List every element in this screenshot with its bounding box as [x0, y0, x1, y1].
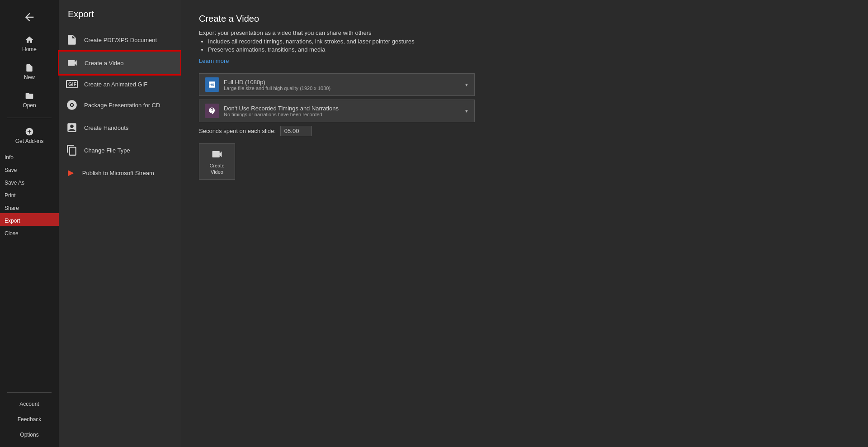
back-button[interactable] — [0, 5, 59, 30]
quality-dropdown-inner: Full HD (1080p) Large file size and full… — [205, 77, 464, 92]
export-video-label: Create a Video — [85, 60, 124, 67]
gif-icon: GIF — [66, 80, 78, 88]
sidebar-item-open[interactable]: Open — [0, 86, 59, 114]
sidebar-home-label: Home — [22, 46, 37, 52]
quality-dropdown[interactable]: Full HD (1080p) Large file size and full… — [199, 73, 475, 96]
sidebar-item-addins[interactable]: Get Add-ins — [0, 122, 59, 150]
hd-icon — [208, 81, 216, 89]
content-bullet-1: Includes all recorded timings, narration… — [208, 38, 850, 45]
content-bullets-list: Includes all recorded timings, narration… — [208, 38, 850, 53]
sidebar-divider-1 — [7, 118, 52, 118]
sidebar-item-share[interactable]: Share — [0, 200, 59, 213]
export-cd-label: Package Presentation for CD — [84, 102, 160, 109]
content-bullet-2: Preserves animations, transitions, and m… — [208, 46, 850, 53]
video-icon — [66, 57, 78, 69]
export-pdf-label: Create PDF/XPS Document — [84, 37, 157, 43]
export-option-stream[interactable]: ► Publish to Microsoft Stream — [59, 162, 181, 184]
content-title: Create a Video — [199, 14, 850, 24]
quality-title: Full HD (1080p) — [224, 79, 330, 86]
new-icon — [25, 63, 34, 72]
export-option-cd[interactable]: Package Presentation for CD — [59, 94, 181, 116]
stream-icon: ► — [66, 167, 76, 179]
create-video-button[interactable]: CreateVideo — [199, 143, 235, 180]
sidebar-item-account[interactable]: Account — [0, 396, 59, 412]
seconds-row: Seconds spent on each slide: — [199, 126, 850, 136]
cd-icon — [66, 99, 78, 111]
sidebar-nav: Home New Open Get Add-ins Info S — [0, 30, 59, 389]
create-video-icon — [211, 148, 223, 161]
timing-dropdown-icon — [205, 104, 219, 118]
sidebar: Home New Open Get Add-ins Info S — [0, 0, 59, 447]
export-gif-label: Create an Animated GIF — [84, 81, 147, 88]
export-option-filetype[interactable]: Change File Type — [59, 139, 181, 162]
content-description: Export your presentation as a video that… — [199, 29, 850, 36]
addins-icon — [25, 127, 34, 136]
export-option-video[interactable]: Create a Video — [59, 51, 181, 75]
export-option-gif[interactable]: GIF Create an Animated GIF — [59, 75, 181, 94]
back-arrow-icon — [23, 11, 36, 24]
quality-dropdown-arrow: ▼ — [464, 82, 469, 87]
sidebar-item-info[interactable]: Info — [0, 150, 59, 162]
sidebar-item-feedback[interactable]: Feedback — [0, 412, 59, 427]
sidebar-bottom-divider — [7, 392, 52, 393]
timing-dropdown-arrow: ▼ — [464, 109, 469, 114]
timing-dropdown-container: Don't Use Recorded Timings and Narration… — [199, 100, 475, 122]
sidebar-item-close[interactable]: Close — [0, 226, 59, 238]
export-option-handouts[interactable]: Create Handouts — [59, 116, 181, 139]
timing-icon — [208, 107, 216, 115]
quality-dropdown-icon — [205, 77, 219, 92]
sidebar-item-new[interactable]: New — [0, 58, 59, 86]
content-panel: Create a Video Export your presentation … — [181, 0, 868, 447]
file-type-icon — [66, 144, 78, 156]
timing-subtitle: No timings or narrations have been recor… — [224, 112, 339, 117]
sidebar-item-export[interactable]: Export — [0, 213, 59, 226]
sidebar-item-home[interactable]: Home — [0, 30, 59, 58]
timing-dropdown[interactable]: Don't Use Recorded Timings and Narration… — [199, 100, 475, 122]
timing-text-block: Don't Use Recorded Timings and Narration… — [224, 105, 339, 117]
sidebar-item-save[interactable]: Save — [0, 162, 59, 175]
seconds-input[interactable] — [280, 126, 312, 136]
middle-panel-title: Export — [59, 9, 181, 29]
pdf-icon — [66, 34, 78, 46]
handout-icon — [66, 122, 78, 133]
open-icon — [25, 91, 34, 100]
timing-dropdown-inner: Don't Use Recorded Timings and Narration… — [205, 104, 464, 118]
learn-more-link[interactable]: Learn more — [199, 57, 229, 64]
create-video-button-label: CreateVideo — [209, 163, 224, 175]
sidebar-open-label: Open — [23, 102, 36, 109]
quality-text-block: Full HD (1080p) Large file size and full… — [224, 79, 330, 91]
sidebar-item-save-as[interactable]: Save As — [0, 175, 59, 188]
sidebar-item-options[interactable]: Options — [0, 427, 59, 442]
export-handouts-label: Create Handouts — [84, 124, 128, 131]
export-filetype-label: Change File Type — [84, 147, 130, 154]
sidebar-item-print[interactable]: Print — [0, 188, 59, 200]
export-stream-label: Publish to Microsoft Stream — [82, 170, 154, 176]
sidebar-new-label: New — [24, 74, 35, 81]
export-option-pdf[interactable]: Create PDF/XPS Document — [59, 29, 181, 51]
middle-panel: Export Create PDF/XPS Document Create a … — [59, 0, 181, 447]
sidebar-bottom: Account Feedback Options — [0, 389, 59, 447]
timing-title: Don't Use Recorded Timings and Narration… — [224, 105, 339, 112]
quality-dropdown-container: Full HD (1080p) Large file size and full… — [199, 73, 475, 96]
sidebar-addins-label: Get Add-ins — [15, 138, 44, 144]
home-icon — [25, 35, 34, 44]
quality-subtitle: Large file size and full high quality (1… — [224, 86, 330, 91]
seconds-label: Seconds spent on each slide: — [199, 128, 276, 134]
